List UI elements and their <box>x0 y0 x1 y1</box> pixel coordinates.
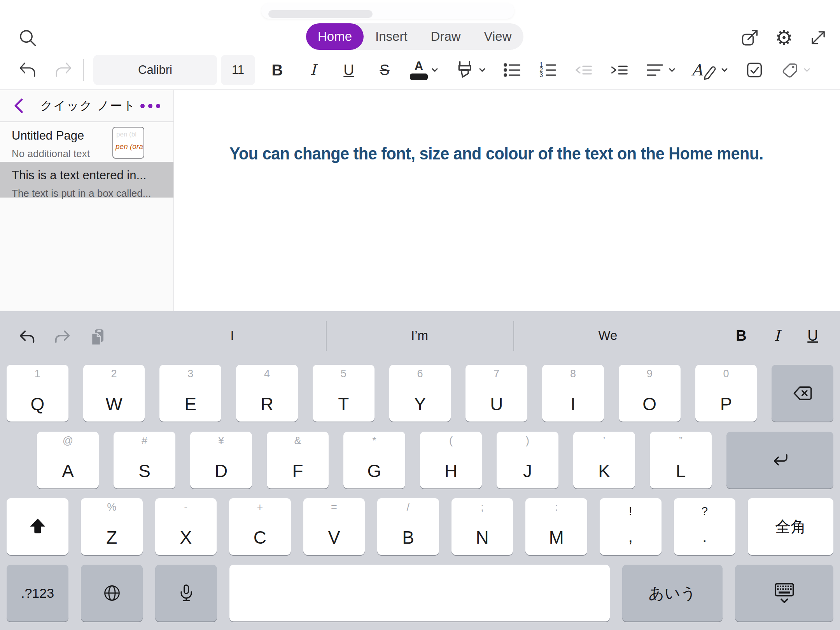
key-Y[interactable]: 6Y <box>389 365 451 422</box>
underline-button[interactable]: U <box>338 58 359 82</box>
sidebar-header: クイック ノート <box>0 90 173 121</box>
key-space[interactable] <box>229 565 610 621</box>
return-icon <box>769 449 791 471</box>
prediction-2[interactable]: I’m <box>327 311 513 360</box>
key-dismiss-keyboard[interactable] <box>735 565 833 621</box>
indent-button[interactable] <box>609 58 630 82</box>
backspace-icon <box>791 382 814 404</box>
highlighter-button[interactable] <box>454 60 487 80</box>
key-backspace[interactable] <box>772 365 833 422</box>
tab-home[interactable]: Home <box>306 23 364 50</box>
key-kana[interactable]: あいう <box>622 565 723 621</box>
italic-button[interactable]: I <box>303 58 324 82</box>
window-drag-handle[interactable] <box>268 10 373 18</box>
key-L[interactable]: ”L <box>650 432 712 488</box>
kb-paste-button[interactable] <box>86 324 108 350</box>
alignment-button[interactable] <box>645 60 677 80</box>
key-U[interactable]: 7U <box>466 365 527 422</box>
chevron-down-icon <box>430 65 439 75</box>
key-.[interactable]: ?. <box>674 498 736 555</box>
page-list-item[interactable]: Untitled Page No additional text pen (bl… <box>0 122 173 162</box>
more-options-button[interactable] <box>140 104 160 108</box>
page-list-sidebar: クイック ノート Untitled Page No additional tex… <box>0 90 174 311</box>
toolbar-divider <box>83 59 84 81</box>
key-J[interactable]: )J <box>497 432 558 488</box>
chevron-down-icon <box>802 65 812 75</box>
key-F[interactable]: &F <box>267 432 329 488</box>
resize-icon <box>808 28 828 48</box>
ribbon-tabs: Home Insert Draw View <box>306 23 523 50</box>
page-list-item-selected[interactable]: This is a text entered in... The text is… <box>0 162 173 198</box>
kb-format-buttons: B I U <box>730 311 824 360</box>
share-button[interactable] <box>740 27 760 48</box>
prediction-1[interactable]: I <box>138 311 326 360</box>
numbered-list-button[interactable]: 123 <box>537 58 558 82</box>
key-I[interactable]: 8I <box>542 365 604 422</box>
key-Q[interactable]: 1Q <box>7 365 68 422</box>
note-heading-text[interactable]: You can change the font, size and colour… <box>229 144 763 163</box>
bullet-list-button[interactable] <box>502 58 523 82</box>
key-P[interactable]: 0P <box>695 365 757 422</box>
search-button[interactable] <box>17 27 38 48</box>
settings-button[interactable]: ⚙ <box>774 27 794 48</box>
font-size-select[interactable]: 11 <box>221 55 255 85</box>
prediction-3[interactable]: We <box>514 311 702 360</box>
ios-keyboard: I I’m We B I U 1Q2W3E4R5T6Y7U8I9O0P @A#S… <box>0 311 840 630</box>
outdent-button[interactable] <box>573 58 594 82</box>
bold-button[interactable]: B <box>267 58 288 82</box>
key-zenkaku[interactable]: 全角 <box>748 498 833 555</box>
tag-button[interactable] <box>780 60 812 80</box>
key-X[interactable]: -X <box>155 498 217 555</box>
key-Z[interactable]: %Z <box>81 498 143 555</box>
key-dictation[interactable] <box>155 565 217 621</box>
chevron-down-icon <box>478 65 487 75</box>
key-S[interactable]: #S <box>114 432 175 488</box>
resize-window-button[interactable] <box>808 27 828 48</box>
key-globe[interactable] <box>81 565 143 621</box>
kb-underline-button[interactable]: U <box>802 327 824 344</box>
key-D[interactable]: ¥D <box>190 432 252 488</box>
key-B[interactable]: /B <box>377 498 439 555</box>
key-N[interactable]: ;N <box>452 498 513 555</box>
key-R[interactable]: 4R <box>236 365 298 422</box>
note-canvas[interactable]: You can change the font, size and colour… <box>175 90 840 311</box>
key-numbers[interactable]: .?123 <box>7 565 68 621</box>
key-C[interactable]: +C <box>229 498 291 555</box>
key-row-2: @A#S¥D&F*G(H)J’K”L <box>37 432 833 488</box>
key-E[interactable]: 3E <box>159 365 221 422</box>
key-return[interactable] <box>726 432 833 488</box>
key-,[interactable]: !, <box>600 498 662 555</box>
format-toolbar: Calibri 11 B I U S A <box>0 51 840 89</box>
key-T[interactable]: 5T <box>313 365 374 422</box>
top-right-actions: ⚙ <box>740 27 828 48</box>
kb-bold-button[interactable]: B <box>730 327 752 344</box>
font-color-button[interactable]: A <box>410 60 439 80</box>
kb-italic-button[interactable]: I <box>766 327 788 344</box>
tab-draw[interactable]: Draw <box>419 23 472 50</box>
tab-view[interactable]: View <box>472 23 523 50</box>
tab-insert[interactable]: Insert <box>364 23 419 50</box>
search-icon <box>17 27 38 48</box>
key-shift[interactable] <box>7 498 68 555</box>
key-H[interactable]: (H <box>420 432 482 488</box>
kb-redo-button[interactable] <box>51 324 73 350</box>
key-A[interactable]: @A <box>37 432 99 488</box>
share-icon <box>740 28 760 48</box>
kb-undo-button[interactable] <box>16 324 38 350</box>
key-K[interactable]: ’K <box>573 432 635 488</box>
chevron-down-icon <box>720 65 729 75</box>
font-name-select[interactable]: Calibri <box>93 55 217 85</box>
redo-button[interactable] <box>53 58 74 82</box>
styles-button[interactable]: A <box>691 60 729 80</box>
key-M[interactable]: :M <box>525 498 587 555</box>
redo-icon <box>54 60 73 80</box>
back-button[interactable] <box>13 98 23 114</box>
key-V[interactable]: =V <box>303 498 365 555</box>
undo-button[interactable] <box>17 58 38 82</box>
strikethrough-button[interactable]: S <box>374 58 395 82</box>
align-left-icon <box>645 60 665 80</box>
key-O[interactable]: 9O <box>619 365 681 422</box>
todo-checkbox-button[interactable] <box>744 58 765 82</box>
key-W[interactable]: 2W <box>83 365 145 422</box>
key-G[interactable]: *G <box>343 432 405 488</box>
